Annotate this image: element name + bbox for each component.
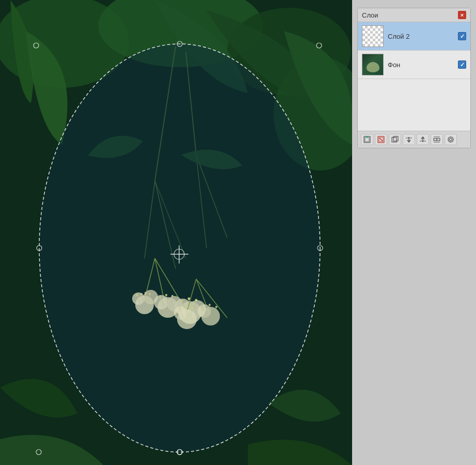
delete-layer-button[interactable] bbox=[375, 134, 387, 145]
move-up-icon bbox=[419, 136, 426, 143]
duplicate-layer-icon bbox=[391, 136, 399, 143]
layer-name-background: Фон bbox=[388, 61, 454, 69]
layer-visible-checkbox-background[interactable] bbox=[458, 60, 466, 69]
merge-layers-button[interactable] bbox=[431, 134, 443, 145]
svg-rect-83 bbox=[392, 137, 396, 142]
layer-item-layer2[interactable]: Слой 2 bbox=[358, 22, 470, 51]
svg-point-93 bbox=[450, 138, 452, 141]
move-layer-up-button[interactable] bbox=[417, 134, 429, 145]
sidebar: Слои × Слой 2 Фон bbox=[352, 0, 476, 465]
layer-item-background[interactable]: Фон bbox=[358, 51, 470, 79]
add-layer-icon bbox=[363, 136, 371, 143]
checkerboard-pattern bbox=[362, 26, 383, 47]
settings-icon bbox=[447, 136, 454, 143]
layers-panel-title: Слои bbox=[362, 11, 378, 19]
svg-line-82 bbox=[379, 138, 383, 141]
canvas-area bbox=[0, 0, 352, 465]
svg-rect-86 bbox=[406, 137, 412, 138]
svg-rect-77 bbox=[365, 137, 369, 142]
duplicate-layer-button[interactable] bbox=[389, 134, 401, 145]
layer-photo-thumb bbox=[362, 54, 383, 75]
svg-rect-88 bbox=[420, 141, 426, 142]
close-panel-button[interactable]: × bbox=[458, 11, 466, 19]
add-layer-button[interactable] bbox=[361, 134, 373, 145]
layers-empty-area bbox=[358, 79, 470, 131]
photo-background bbox=[0, 0, 352, 465]
delete-layer-icon bbox=[377, 136, 385, 143]
layers-toolbar bbox=[358, 131, 470, 148]
layer-settings-button[interactable] bbox=[445, 134, 457, 145]
layer-thumbnail-background bbox=[362, 54, 384, 75]
layers-panel-header: Слои × bbox=[358, 8, 470, 22]
layer-thumbnail-layer2 bbox=[362, 25, 384, 47]
move-layer-down-button[interactable] bbox=[403, 134, 415, 145]
svg-rect-84 bbox=[393, 136, 398, 141]
layers-panel: Слои × Слой 2 Фон bbox=[357, 8, 471, 148]
layer-name-layer2: Слой 2 bbox=[388, 33, 454, 40]
move-down-icon bbox=[405, 136, 412, 143]
layer-visible-checkbox-layer2[interactable] bbox=[458, 32, 466, 40]
merge-layers-icon bbox=[433, 136, 440, 143]
